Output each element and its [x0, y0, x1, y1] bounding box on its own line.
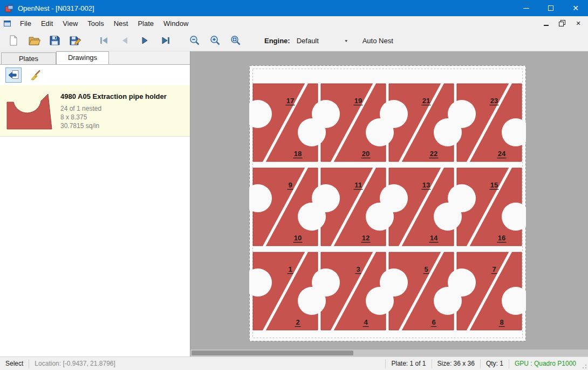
engine-label: Engine: [264, 37, 290, 45]
open-folder-icon [28, 34, 40, 47]
svg-text:24: 24 [498, 150, 506, 158]
menu-item-edit[interactable]: Edit [36, 17, 58, 30]
svg-text:8: 8 [500, 318, 503, 326]
menu-item-plate[interactable]: Plate [133, 17, 159, 30]
tab-plates[interactable]: Plates [1, 52, 56, 64]
main-area: Plates Drawings [0, 51, 588, 356]
drawing-area: 30.7815 sq/in [60, 122, 167, 130]
close-button[interactable]: ✕ [563, 0, 588, 16]
mdi-restore-icon [559, 20, 565, 26]
mdi-minimize-button[interactable] [542, 19, 550, 28]
save-as-button[interactable] [65, 31, 85, 50]
nav-first-button[interactable] [94, 31, 114, 50]
auto-nest-button[interactable]: Auto Nest [363, 37, 393, 45]
status-gpu: GPU : Quadro P1000 [509, 357, 582, 370]
drawings-toolbar [0, 65, 190, 85]
nav-last-button[interactable] [155, 31, 176, 50]
resize-grip[interactable] [582, 357, 588, 370]
svg-text:2: 2 [296, 318, 299, 326]
main-toolbar: Engine: Default ▼ Auto Nest [0, 30, 588, 51]
menu-items: FileEditViewToolsNestPlateWindow [15, 17, 193, 30]
drawing-thumbnail [5, 90, 53, 131]
drawing-info: 4980 A05 Extraction pipe holder 24 of 1 … [60, 90, 167, 130]
svg-text:9: 9 [288, 181, 292, 189]
svg-text:10: 10 [294, 234, 302, 242]
svg-text:7: 7 [492, 265, 496, 273]
menu-item-view[interactable]: View [58, 17, 83, 30]
drawing-title: 4980 A05 Extraction pipe holder [60, 92, 167, 100]
window-title: OpenNest - [N0317-002] [18, 4, 94, 12]
chevron-down-icon: ▼ [344, 38, 348, 42]
new-button[interactable] [3, 31, 24, 50]
tab-drawings[interactable]: Drawings [56, 51, 109, 64]
status-plate: Plate: 1 of 1 [386, 357, 431, 370]
nav-next-button[interactable] [135, 31, 155, 50]
app-logo-icon [5, 4, 13, 12]
menu-item-nest[interactable]: Nest [109, 17, 133, 30]
save-icon [48, 34, 61, 47]
drawing-list-item[interactable]: 4980 A05 Extraction pipe holder 24 of 1 … [0, 85, 190, 137]
svg-text:12: 12 [362, 234, 370, 242]
svg-text:11: 11 [354, 181, 362, 189]
svg-text:23: 23 [490, 97, 498, 105]
menu-item-file[interactable]: File [15, 17, 36, 30]
first-plate-icon [99, 35, 110, 46]
svg-text:18: 18 [294, 150, 302, 158]
drawings-panel: 4980 A05 Extraction pipe holder 24 of 1 … [0, 64, 190, 356]
sidebar-tabstrip: Plates Drawings [0, 51, 190, 64]
document-window-icon[interactable] [3, 19, 12, 28]
new-file-icon [7, 34, 20, 47]
send-to-plate-button[interactable] [5, 68, 22, 83]
horizontal-scrollbar[interactable] [190, 349, 588, 356]
menu-item-window[interactable]: Window [159, 17, 193, 30]
zoom-out-button[interactable] [184, 31, 205, 50]
save-button[interactable] [44, 31, 65, 50]
close-icon: ✕ [572, 4, 579, 12]
svg-text:4: 4 [364, 318, 368, 326]
sidebar: Plates Drawings [0, 51, 190, 356]
svg-text:6: 6 [432, 318, 435, 326]
menu-bar: FileEditViewToolsNestPlateWindow ✕ [0, 16, 588, 30]
svg-text:22: 22 [430, 150, 437, 158]
open-button[interactable] [24, 31, 44, 50]
title-bar: OpenNest - [N0317-002] ✕ [0, 0, 588, 16]
minimize-button[interactable] [514, 0, 538, 16]
svg-text:20: 20 [362, 150, 370, 158]
zoom-in-button[interactable] [205, 31, 225, 50]
mdi-close-button[interactable]: ✕ [574, 19, 583, 28]
svg-text:16: 16 [498, 234, 505, 242]
status-qty: Qty: 1 [481, 357, 509, 370]
next-plate-icon [140, 35, 151, 46]
status-mode: Select [0, 357, 29, 370]
nav-prev-button[interactable] [114, 31, 135, 50]
mdi-close-icon: ✕ [576, 20, 580, 27]
svg-text:21: 21 [422, 97, 430, 105]
clear-drawings-button[interactable] [28, 68, 44, 83]
engine-selected-value: Default [297, 37, 319, 45]
svg-text:13: 13 [422, 181, 430, 189]
zoom-in-icon [209, 35, 221, 46]
maximize-button[interactable] [538, 0, 563, 16]
broom-icon [30, 69, 42, 81]
maximize-icon [548, 5, 553, 11]
last-plate-icon [160, 35, 171, 46]
previous-plate-icon [119, 35, 130, 46]
svg-text:14: 14 [430, 234, 438, 242]
menu-item-tools[interactable]: Tools [83, 17, 108, 30]
svg-text:15: 15 [490, 181, 498, 189]
plate: 171819202122232491011121314151612345678 [249, 65, 526, 341]
svg-text:3: 3 [356, 265, 360, 273]
zoom-fit-button[interactable] [225, 31, 246, 50]
status-bar: Select Location: [-0.9437, 21.8796] Plat… [0, 356, 588, 370]
zoom-out-icon [189, 35, 201, 46]
save-edit-icon [69, 34, 81, 47]
plate-parts: 171819202122232491011121314151612345678 [249, 82, 526, 332]
blue-arrow-page-icon [8, 69, 19, 81]
status-location: Location: [-0.9437, 21.8796] [29, 357, 120, 370]
mdi-restore-button[interactable] [558, 19, 566, 28]
nesting-canvas[interactable]: 171819202122232491011121314151612345678 [190, 51, 588, 356]
engine-select[interactable]: Default ▼ [295, 34, 351, 47]
drawing-size: 8 x 8.375 [60, 113, 167, 122]
scrollbar-thumb[interactable] [192, 351, 353, 355]
status-size: Size: 36 x 36 [432, 357, 480, 370]
